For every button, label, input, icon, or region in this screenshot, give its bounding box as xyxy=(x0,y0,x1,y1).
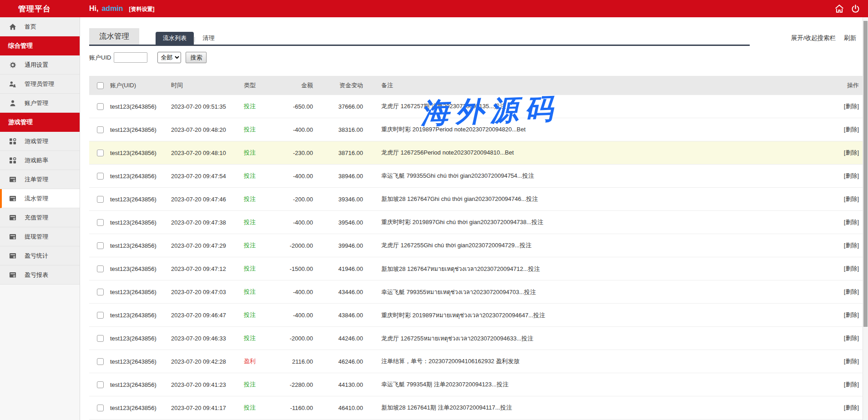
delete-link[interactable]: [删除] xyxy=(844,149,859,156)
logout-power-icon[interactable] xyxy=(851,5,860,13)
cell-type: 投注 xyxy=(244,218,285,226)
delete-link[interactable]: [删除] xyxy=(844,103,859,110)
cell-balance: 37666.00 xyxy=(313,103,363,110)
username[interactable]: admin xyxy=(101,5,123,13)
row-checkbox[interactable] xyxy=(97,173,104,180)
cell-remark: 幸运飞艇 799354期 注单20230720094123...投注 xyxy=(381,380,822,389)
sidebar-item-账户管理[interactable]: 账户管理 xyxy=(0,94,80,113)
delete-link[interactable]: [删除] xyxy=(844,335,859,341)
row-checkbox[interactable] xyxy=(97,196,104,203)
row-checkbox[interactable] xyxy=(97,312,104,319)
cell-type: 投注 xyxy=(244,380,285,389)
delete-link[interactable]: [删除] xyxy=(844,195,859,202)
admins-icon xyxy=(8,80,17,88)
cell-account: test123(2643856) xyxy=(110,405,171,411)
cell-amount: -400.00 xyxy=(285,312,313,319)
row-checkbox[interactable] xyxy=(97,219,104,226)
cell-account: test123(2643856) xyxy=(110,381,171,388)
sidebar-item-盈亏报表[interactable]: 盈亏报表 xyxy=(0,265,80,285)
delete-link[interactable]: [删除] xyxy=(844,404,859,411)
table-row: test123(2643856) 2023-07-20 09:46:33 投注 … xyxy=(89,327,863,350)
table-row: test123(2643856) 2023-07-20 09:51:35 投注 … xyxy=(89,95,863,118)
search-button[interactable]: 搜索 xyxy=(186,52,207,63)
scrollbar-thumb[interactable] xyxy=(863,21,868,327)
delete-link[interactable]: [删除] xyxy=(844,311,859,318)
type-filter-select[interactable]: 全部 xyxy=(157,52,181,63)
delete-link[interactable]: [删除] xyxy=(844,219,859,225)
select-all-checkbox[interactable] xyxy=(97,82,104,89)
delete-link[interactable]: [删除] xyxy=(844,358,859,365)
delete-link[interactable]: [删除] xyxy=(844,126,859,133)
sidebar-item-首页[interactable]: 首页 xyxy=(0,17,80,36)
col-account: 账户(UID) xyxy=(110,81,171,90)
sidebar-item-label: 盈亏统计 xyxy=(25,252,48,260)
sidebar-item-提现管理[interactable]: 提现管理 xyxy=(0,227,80,246)
refresh-link[interactable]: 刷新 xyxy=(844,34,856,42)
cell-account: test123(2643856) xyxy=(110,126,171,133)
table-row: test123(2643856) 2023-07-20 09:47:03 投注 … xyxy=(89,280,863,304)
cell-time: 2023-07-20 09:47:54 xyxy=(171,173,244,180)
row-checkbox[interactable] xyxy=(97,335,104,342)
main-content: 流水管理 流水列表 | 清理 展开/收起搜索栏 刷新 账户UID 全部 搜索 账… xyxy=(81,17,863,420)
cell-type: 投注 xyxy=(244,334,285,342)
row-checkbox[interactable] xyxy=(97,126,104,133)
row-checkbox[interactable] xyxy=(97,405,104,411)
cell-remark: 龙虎厅 1267255Ghi chú thời gian202307200947… xyxy=(381,241,822,250)
cell-time: 2023-07-20 09:46:33 xyxy=(171,335,244,342)
tab-strip-actions: 展开/收起搜索栏 刷新 xyxy=(791,34,856,42)
sidebar: 首页 综合管理 通用设置 管理员管理 账户管理 游戏管理 游戏管理 游戏赔率 注… xyxy=(0,17,80,420)
delete-link[interactable]: [删除] xyxy=(844,172,859,179)
cell-remark: 新加坡28 1267647หมายเหตุช่วงเวลา20230720094… xyxy=(381,264,822,274)
uid-input[interactable] xyxy=(114,52,147,63)
sidebar-item-通用设置[interactable]: 通用设置 xyxy=(0,55,80,75)
sidebar-item-游戏赔率[interactable]: 游戏赔率 xyxy=(0,151,80,170)
cell-time: 2023-07-20 09:51:35 xyxy=(171,103,244,110)
cell-time: 2023-07-20 09:47:46 xyxy=(171,196,244,203)
cell-amount: -1160.00 xyxy=(285,405,313,411)
cell-type: 投注 xyxy=(244,195,285,203)
page-scrollbar[interactable] xyxy=(863,17,868,420)
cell-type: 投注 xyxy=(244,265,285,273)
delete-link[interactable]: [删除] xyxy=(844,288,859,295)
sidebar-item-充值管理[interactable]: 充值管理 xyxy=(0,208,80,227)
row-checkbox[interactable] xyxy=(97,103,104,110)
profile-settings-link[interactable]: [资料设置] xyxy=(129,5,155,13)
row-checkbox[interactable] xyxy=(97,265,104,272)
home-icon[interactable] xyxy=(835,5,844,13)
cell-remark: 龙虎厅 1267256Period note20230720094810...B… xyxy=(381,149,822,157)
cell-time: 2023-07-20 09:47:03 xyxy=(171,289,244,295)
delete-link[interactable]: [删除] xyxy=(844,381,859,388)
cell-amount: -2000.00 xyxy=(285,335,313,342)
sidebar-item-流水管理[interactable]: 流水管理 xyxy=(0,189,80,208)
row-checkbox[interactable] xyxy=(97,381,104,388)
cell-balance: 38716.00 xyxy=(313,150,363,156)
sidebar-item-盈亏统计[interactable]: 盈亏统计 xyxy=(0,246,80,265)
delete-link[interactable]: [删除] xyxy=(844,242,859,249)
sidebar-item-管理员管理[interactable]: 管理员管理 xyxy=(0,75,80,94)
col-remark: 备注 xyxy=(381,81,822,90)
sidebar-menu: 首页 综合管理 通用设置 管理员管理 账户管理 游戏管理 游戏管理 游戏赔率 注… xyxy=(0,17,80,285)
cell-balance: 38946.00 xyxy=(313,173,363,180)
toggle-search-link[interactable]: 展开/收起搜索栏 xyxy=(791,34,836,42)
row-checkbox[interactable] xyxy=(97,242,104,249)
col-time: 时间 xyxy=(171,81,244,90)
cell-amount: -2280.00 xyxy=(285,381,313,388)
row-checkbox[interactable] xyxy=(97,358,104,365)
delete-link[interactable]: [删除] xyxy=(844,265,859,272)
sidebar-item-注单管理[interactable]: 注单管理 xyxy=(0,170,80,189)
grid-icon xyxy=(8,157,17,164)
cell-account: test123(2643856) xyxy=(110,219,171,226)
sidebar-item-label: 通用设置 xyxy=(25,61,48,69)
cell-time: 2023-07-20 09:47:29 xyxy=(171,242,244,249)
tab-flow-list[interactable]: 流水列表 xyxy=(156,32,194,45)
row-checkbox[interactable] xyxy=(97,289,104,295)
row-checkbox[interactable] xyxy=(97,150,104,156)
table-row: test123(2643856) 2023-07-20 09:47:38 投注 … xyxy=(89,211,863,234)
cell-balance: 44130.00 xyxy=(313,381,363,388)
cell-time: 2023-07-20 09:46:47 xyxy=(171,312,244,319)
cell-type: 投注 xyxy=(244,125,285,134)
sidebar-item-游戏管理[interactable]: 游戏管理 xyxy=(0,132,80,151)
table-row: test123(2643856) 2023-07-20 09:46:47 投注 … xyxy=(89,304,863,327)
tab-cleanup[interactable]: 清理 xyxy=(195,32,222,45)
cell-remark: 注单结算，单号：20230720094106162932 盈利发放 xyxy=(381,357,822,365)
